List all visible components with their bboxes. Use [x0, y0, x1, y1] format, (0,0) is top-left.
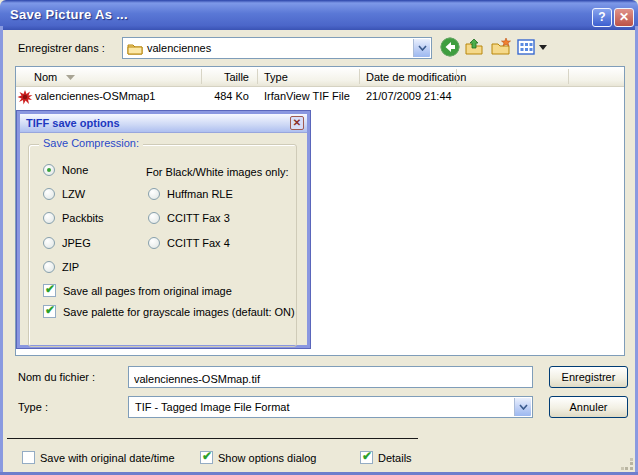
radio-button[interactable]: [148, 188, 160, 200]
sort-arrow-icon: [66, 75, 75, 80]
radio-option-packbits[interactable]: Packbits: [43, 212, 104, 224]
tiff-close-button[interactable]: ✕: [290, 116, 304, 130]
tiff-save-options-dialog: TIFF save options ✕ Save Compression: No…: [17, 111, 310, 348]
file-type: IrfanView TIF File: [264, 90, 350, 102]
irfanview-file-icon: [17, 89, 33, 105]
footer-option-show-options[interactable]: ✔ Show options dialog: [200, 451, 316, 464]
column-header-size[interactable]: Taille: [176, 71, 249, 83]
radio-button[interactable]: [43, 188, 55, 200]
save-button[interactable]: Enregistrer: [549, 366, 628, 388]
radio-button[interactable]: [43, 261, 55, 273]
bw-images-header: For Black/White images only:: [146, 166, 288, 178]
filetype-dropdown-arrow[interactable]: [514, 398, 531, 416]
footer-option-original-date[interactable]: ✔ Save with original date/time: [22, 451, 175, 464]
checkbox[interactable]: ✔: [200, 451, 213, 464]
save-in-combobox[interactable]: valenciennes: [122, 37, 432, 59]
radio-option-ccitt-fax4[interactable]: CCITT Fax 4: [148, 237, 230, 249]
tiff-title-bar[interactable]: TIFF save options ✕: [20, 114, 307, 133]
resize-grip[interactable]: [621, 458, 634, 471]
back-button-icon[interactable]: [440, 37, 460, 57]
window-title: Save Picture As ...: [10, 7, 128, 22]
checkbox-label: Details: [378, 452, 412, 464]
radio-button[interactable]: [43, 212, 55, 224]
radio-button[interactable]: [43, 164, 55, 176]
checkbox-save-all-pages[interactable]: ✔ Save all pages from original image: [43, 284, 232, 297]
radio-option-huffman-rle[interactable]: Huffman RLE: [148, 188, 233, 200]
checkbox[interactable]: ✔: [43, 305, 56, 318]
checkbox[interactable]: ✔: [22, 451, 35, 464]
filetype-value: TIF - Tagged Image File Format: [135, 401, 289, 413]
cancel-button[interactable]: Annuler: [549, 396, 628, 418]
views-dropdown-arrow-icon[interactable]: [539, 45, 547, 50]
chevron-down-icon: [519, 404, 528, 410]
column-header-date[interactable]: Date de modification: [366, 71, 466, 83]
checkbox[interactable]: ✔: [360, 451, 373, 464]
up-one-level-icon[interactable]: [464, 37, 484, 57]
filename-label: Nom du fichier :: [18, 371, 95, 383]
file-list-header: Nom Taille Type Date de modification: [16, 67, 624, 87]
file-date: 21/07/2009 21:44: [366, 90, 452, 102]
close-button[interactable]: ✕: [614, 8, 634, 27]
chevron-down-icon: [418, 45, 427, 51]
title-bar[interactable]: Save Picture As ... ? ✕: [0, 0, 638, 30]
file-name: valenciennes-OSMmap1: [35, 90, 155, 102]
radio-option-none[interactable]: None: [43, 164, 88, 176]
help-button[interactable]: ?: [592, 8, 612, 27]
column-header-name[interactable]: Nom: [34, 71, 57, 83]
views-menu-icon[interactable]: [517, 39, 535, 55]
footer-option-details[interactable]: ✔ Details: [360, 451, 412, 464]
checkbox-label: Show options dialog: [218, 452, 316, 464]
save-in-dropdown-arrow[interactable]: [413, 39, 430, 57]
radio-button[interactable]: [148, 212, 160, 224]
filetype-combobox[interactable]: TIF - Tagged Image File Format: [128, 396, 533, 418]
new-folder-icon[interactable]: [490, 37, 512, 57]
radio-option-lzw[interactable]: LZW: [43, 188, 85, 200]
save-compression-group: Save Compression: None LZW Packbits JPEG…: [28, 144, 297, 347]
checkbox[interactable]: ✔: [43, 284, 56, 297]
save-picture-as-dialog: Save Picture As ... ? ✕ Enregistrer dans…: [0, 0, 638, 475]
radio-option-zip[interactable]: ZIP: [43, 261, 79, 273]
folder-icon: [127, 41, 143, 57]
save-in-label: Enregistrer dans :: [18, 42, 105, 54]
file-size: 484 Ko: [176, 90, 249, 102]
checkbox-label: Save with original date/time: [40, 452, 175, 464]
radio-button[interactable]: [148, 237, 160, 249]
checkbox-save-palette[interactable]: ✔ Save palette for grayscale images (def…: [43, 305, 295, 318]
radio-button[interactable]: [43, 237, 55, 249]
group-caption: Save Compression:: [39, 137, 143, 149]
footer-separator: [7, 438, 418, 439]
window-border-left: [0, 26, 3, 475]
file-row[interactable]: valenciennes-OSMmap1 484 Ko IrfanView TI…: [16, 88, 622, 106]
radio-option-jpeg[interactable]: JPEG: [43, 237, 91, 249]
radio-option-ccitt-fax3[interactable]: CCITT Fax 3: [148, 212, 230, 224]
tiff-dialog-title: TIFF save options: [26, 117, 120, 129]
column-header-type[interactable]: Type: [264, 71, 288, 83]
save-in-value: valenciennes: [147, 42, 211, 54]
filename-input[interactable]: [128, 366, 533, 388]
filetype-label: Type :: [18, 401, 48, 413]
